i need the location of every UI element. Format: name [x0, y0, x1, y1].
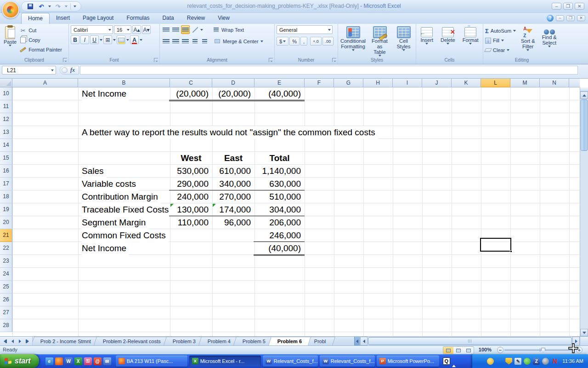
shield-icon[interactable] [505, 358, 512, 365]
formula-input[interactable] [80, 66, 578, 75]
scroll-left-button[interactable] [360, 337, 368, 345]
minimize-button[interactable]: – [552, 3, 561, 10]
align-bottom-button[interactable] [181, 25, 190, 34]
col-header-m[interactable]: M [510, 79, 540, 87]
decrease-decimal-button[interactable]: .00 [322, 37, 334, 46]
cell-e17[interactable]: 630,000 [254, 178, 301, 190]
next-sheet-button[interactable] [17, 338, 23, 345]
word-icon[interactable]: W [65, 357, 73, 365]
row-header[interactable]: 13 [0, 126, 12, 139]
gray-tray-icon[interactable] [542, 358, 549, 365]
row-header[interactable]: 16 [0, 165, 12, 178]
col-header-g[interactable]: G [334, 79, 363, 87]
row-header[interactable]: 26 [0, 293, 12, 306]
row-header[interactable]: 24 [0, 268, 12, 281]
cell-d20[interactable]: 96,000 [212, 216, 251, 229]
scroll-right-button[interactable] [572, 337, 580, 345]
cell-b18[interactable]: Contribution Margin [82, 190, 161, 203]
row-header[interactable]: 17 [0, 178, 12, 190]
font-size-select[interactable]: 16 [114, 25, 131, 34]
mail-icon[interactable]: @ [94, 357, 102, 365]
cell-c17[interactable]: 290,000 [170, 178, 209, 190]
row-header[interactable]: 27 [0, 306, 12, 319]
tab-insert[interactable]: Insert [50, 13, 76, 24]
taskbar-window-word-1[interactable]: WRelevant_Costs_f... [263, 356, 318, 367]
workbook-minimize-button[interactable]: – [556, 15, 564, 21]
fill-color-button[interactable] [117, 35, 125, 44]
row-header[interactable]: 19 [0, 203, 12, 216]
cell-c20[interactable]: 110,000 [170, 216, 209, 229]
merge-center-button[interactable]: Merge & Center [214, 37, 263, 46]
key-icon[interactable]: ⚿ [84, 357, 92, 365]
vertical-scrollbar[interactable] [580, 87, 588, 336]
percent-format-button[interactable]: % [289, 37, 300, 46]
dialog-launcher[interactable] [332, 58, 336, 62]
help-icon[interactable]: ? [547, 15, 554, 22]
col-header-f[interactable]: F [305, 79, 334, 87]
format-as-table-button[interactable]: Format as Table [369, 25, 391, 58]
scroll-up-button[interactable] [580, 92, 588, 99]
green-tray-icon[interactable] [524, 358, 531, 365]
restore-button[interactable]: ❐ [563, 3, 573, 10]
expand-formula-bar-button[interactable] [579, 66, 586, 75]
tab-scroll-control[interactable] [354, 337, 360, 345]
col-header-k[interactable]: K [452, 79, 481, 87]
row-header[interactable]: 14 [0, 139, 12, 152]
dialog-launcher[interactable] [154, 58, 158, 62]
row-header[interactable]: 28 [0, 319, 12, 332]
row-header[interactable]: 22 [0, 242, 12, 255]
row-header[interactable]: 23 [0, 255, 12, 268]
align-right-button[interactable] [181, 37, 190, 46]
taskbar-window-firefox[interactable]: BA 213 W11 (Pasc... [116, 356, 187, 367]
cell-e16[interactable]: 1,140,000 [254, 165, 301, 178]
hide-icons-arrow[interactable] [452, 357, 456, 365]
cell-d10[interactable]: (20,000) [212, 87, 251, 100]
cell-d15[interactable]: East [212, 152, 254, 165]
font-color-button[interactable]: A [130, 35, 139, 44]
cell-b13[interactable]: A better way to report the results would… [82, 126, 378, 139]
last-sheet-button[interactable] [24, 338, 30, 345]
cell-styles-button[interactable]: Cell Styles [394, 25, 414, 58]
clear-button[interactable]: Clear [485, 46, 516, 54]
cell-c16[interactable]: 530,000 [170, 165, 209, 178]
number-format-select[interactable]: General [277, 25, 333, 34]
start-button[interactable]: start [0, 354, 39, 368]
row-header[interactable]: 21 [0, 229, 12, 242]
fill-button[interactable]: ↓Fill [485, 36, 516, 45]
firefox-icon[interactable] [55, 357, 63, 365]
autosum-button[interactable]: ΣAutoSum [485, 27, 516, 35]
copy-button[interactable]: Copy [19, 36, 62, 44]
align-top-button[interactable] [162, 25, 170, 34]
shrink-font-button[interactable]: A▾ [142, 25, 151, 34]
cell-b16[interactable]: Sales [82, 165, 107, 178]
col-header-i[interactable]: I [393, 79, 422, 87]
office-button[interactable] [2, 1, 19, 18]
grow-font-button[interactable]: A▴ [132, 25, 141, 34]
workbook-close-button[interactable]: ✕ [577, 15, 585, 21]
app-tray-icon[interactable]: Q [443, 357, 450, 365]
cell-e15[interactable]: Total [254, 152, 305, 165]
row-header[interactable]: 18 [0, 190, 12, 203]
cell-grid[interactable]: 10Net Income(20,000)(20,000)(40,000) 11 … [0, 87, 580, 336]
cell-d19[interactable]: 174,000 [212, 203, 251, 216]
vertical-scroll-thumb[interactable] [581, 99, 588, 151]
cell-b20[interactable]: Segment Margin [82, 216, 148, 229]
sheet-tab[interactable]: Problem 2-Relevant costs [94, 337, 170, 345]
row-header[interactable]: 20 [0, 216, 12, 229]
delete-cells-button[interactable]: ✕ Delete [439, 26, 457, 46]
currency-format-button[interactable]: $ [277, 37, 288, 46]
decrease-indent-button[interactable] [191, 37, 199, 46]
font-family-select[interactable]: Calibri [71, 25, 113, 34]
row-header[interactable]: 10 [0, 87, 12, 100]
sheet-tab[interactable]: Prob 2 - Income Stmnt [33, 337, 100, 345]
cell-d16[interactable]: 610,000 [212, 165, 251, 178]
row-header[interactable]: 15 [0, 152, 12, 165]
cell-b19[interactable]: Traceable Fixed Costs [82, 203, 171, 216]
find-select-button[interactable]: Find & Select [540, 25, 559, 54]
cell-b21[interactable]: Common Fixed Costs [82, 229, 169, 242]
format-cells-button[interactable]: ↔ Format [461, 26, 481, 46]
excel-icon[interactable]: X [74, 357, 82, 365]
zoom-in-button[interactable]: + [576, 347, 582, 353]
tab-view[interactable]: View [211, 13, 236, 24]
cell-b10[interactable]: Net Income [82, 87, 129, 100]
